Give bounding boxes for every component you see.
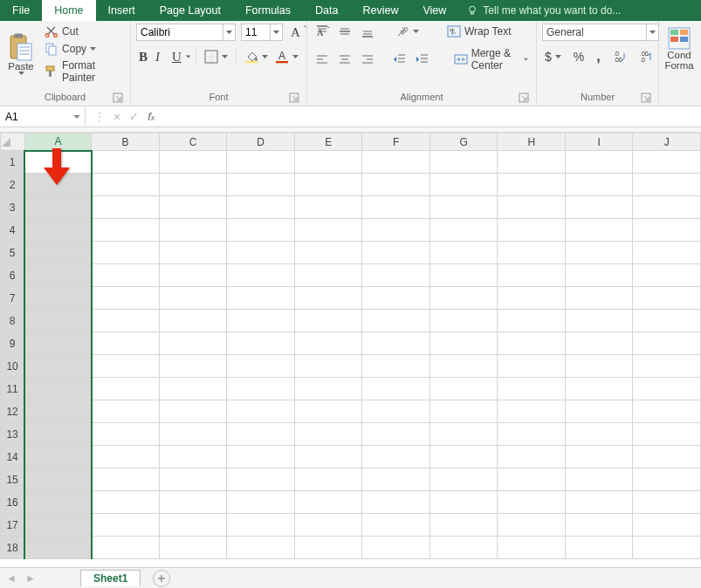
cell[interactable] <box>430 400 498 423</box>
cell[interactable] <box>566 174 633 196</box>
cell[interactable] <box>498 514 566 537</box>
cell[interactable] <box>227 219 295 242</box>
cell[interactable] <box>24 151 92 174</box>
cell[interactable] <box>498 332 566 355</box>
cell[interactable] <box>362 468 430 491</box>
cut-button[interactable]: Cut <box>42 24 125 39</box>
cell[interactable] <box>227 264 295 287</box>
cell[interactable] <box>633 219 701 242</box>
cell[interactable] <box>498 537 566 559</box>
cell[interactable] <box>159 264 227 287</box>
font-name-input[interactable] <box>136 24 223 41</box>
cell[interactable] <box>92 355 160 378</box>
cell[interactable] <box>633 151 701 174</box>
row-header[interactable]: 6 <box>1 264 25 287</box>
bold-button[interactable]: B <box>136 49 151 65</box>
cell[interactable] <box>430 332 498 355</box>
cell[interactable] <box>227 423 295 446</box>
tab-insert[interactable]: Insert <box>96 0 148 21</box>
cell[interactable] <box>294 355 362 378</box>
cell[interactable] <box>159 310 227 332</box>
paste-button[interactable]: Paste <box>5 24 37 85</box>
cell[interactable] <box>362 196 430 219</box>
fx-icon[interactable]: fx <box>148 110 155 123</box>
cell[interactable] <box>498 264 566 287</box>
column-header[interactable]: I <box>566 133 633 151</box>
cell[interactable] <box>633 400 701 423</box>
cell[interactable] <box>430 196 498 219</box>
cell[interactable] <box>294 491 362 514</box>
cell[interactable] <box>24 174 92 196</box>
cell[interactable] <box>362 423 430 446</box>
cell[interactable] <box>430 355 498 378</box>
cell[interactable] <box>92 423 160 446</box>
cell[interactable] <box>498 242 566 264</box>
tab-page-layout[interactable]: Page Layout <box>148 0 233 21</box>
select-all-corner[interactable] <box>1 133 25 151</box>
cell[interactable] <box>362 514 430 537</box>
cell[interactable] <box>24 219 92 242</box>
percent-format-button[interactable]: % <box>571 49 587 65</box>
column-header[interactable]: E <box>294 133 362 151</box>
cell[interactable] <box>92 310 160 332</box>
cell[interactable] <box>362 378 430 400</box>
cell[interactable] <box>294 174 362 196</box>
cell[interactable] <box>498 151 566 174</box>
cell[interactable] <box>294 332 362 355</box>
cell[interactable] <box>24 468 92 491</box>
cell[interactable] <box>498 378 566 400</box>
column-header[interactable]: H <box>498 133 566 151</box>
cell[interactable] <box>430 423 498 446</box>
cell[interactable] <box>24 355 92 378</box>
cell[interactable] <box>566 423 633 446</box>
row-header[interactable]: 13 <box>1 423 25 446</box>
cell[interactable] <box>227 355 295 378</box>
underline-button[interactable]: U <box>169 49 184 65</box>
cell[interactable] <box>498 491 566 514</box>
row-header[interactable]: 3 <box>1 196 25 219</box>
cell[interactable] <box>227 332 295 355</box>
cell[interactable] <box>92 264 160 287</box>
italic-button[interactable]: I <box>153 49 168 65</box>
cell[interactable] <box>498 400 566 423</box>
cell[interactable] <box>498 310 566 332</box>
copy-button[interactable]: Copy <box>42 41 125 57</box>
caret-down-icon[interactable] <box>647 24 659 41</box>
tab-home[interactable]: Home <box>42 0 95 21</box>
cell[interactable] <box>92 151 160 174</box>
cell[interactable] <box>566 537 633 559</box>
cell[interactable] <box>294 400 362 423</box>
cell[interactable] <box>633 332 701 355</box>
caret-down-icon[interactable] <box>90 47 96 51</box>
cell[interactable] <box>92 378 160 400</box>
conditional-formatting-button[interactable]: Cond Forma <box>664 24 694 71</box>
cell[interactable] <box>24 446 92 468</box>
cell[interactable] <box>24 310 92 332</box>
row-header[interactable]: 11 <box>1 378 25 400</box>
cell[interactable] <box>227 514 295 537</box>
dialog-launcher-icon[interactable] <box>641 92 651 103</box>
cell[interactable] <box>566 196 633 219</box>
cell[interactable] <box>633 423 701 446</box>
cell[interactable] <box>159 400 227 423</box>
cell[interactable] <box>92 514 160 537</box>
number-format-select[interactable]: General <box>542 24 659 41</box>
row-header[interactable]: 15 <box>1 468 25 491</box>
row-header[interactable]: 8 <box>1 310 25 332</box>
cell[interactable] <box>159 514 227 537</box>
tab-data[interactable]: Data <box>303 0 350 21</box>
merge-center-button[interactable]: Merge & Center <box>451 46 531 72</box>
cell[interactable] <box>92 491 160 514</box>
cell[interactable] <box>498 468 566 491</box>
increase-decimal-button[interactable]: .0.00 <box>610 49 629 65</box>
tab-view[interactable]: View <box>410 0 458 21</box>
cell[interactable] <box>159 174 227 196</box>
align-right-button[interactable] <box>358 51 377 67</box>
cell[interactable] <box>430 537 498 559</box>
font-size-input[interactable] <box>241 24 271 41</box>
cell[interactable] <box>227 287 295 310</box>
cell[interactable] <box>362 264 430 287</box>
cell[interactable] <box>159 423 227 446</box>
row-header[interactable]: 2 <box>1 174 25 196</box>
cell[interactable] <box>498 174 566 196</box>
